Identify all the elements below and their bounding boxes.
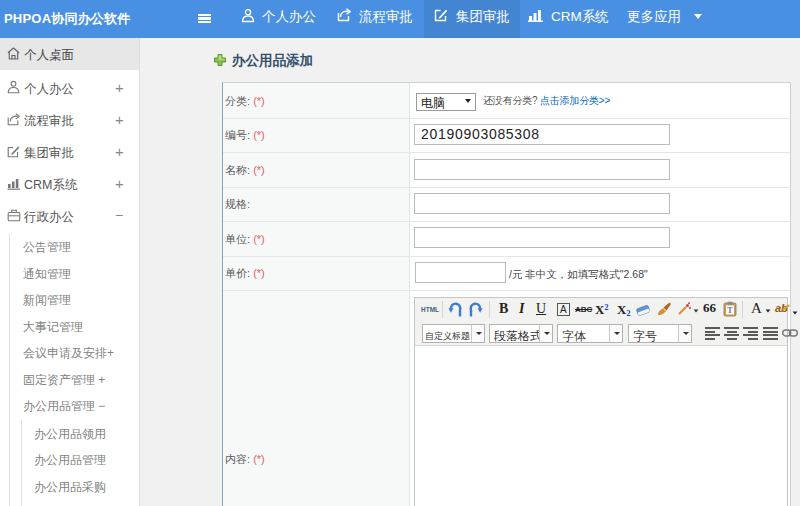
svg-text:T: T: [727, 306, 733, 315]
